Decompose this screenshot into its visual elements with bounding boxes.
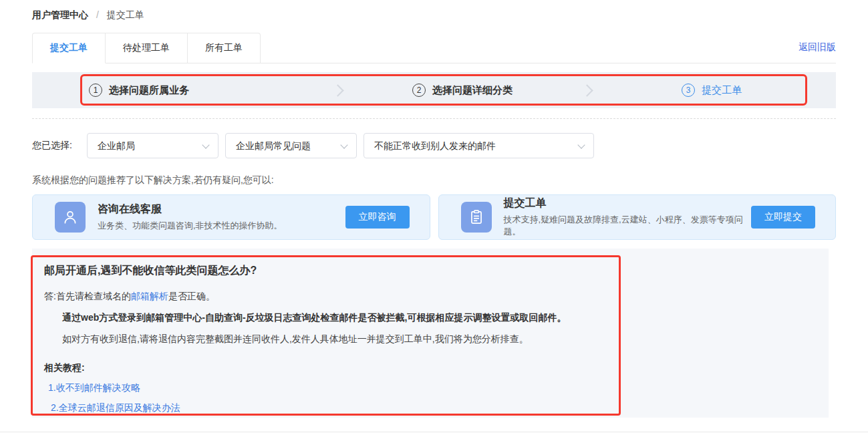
tab-pending-tickets[interactable]: 待处理工单 [106,33,188,63]
category-select[interactable]: 企业邮局常见问题 [225,133,357,158]
step-2: 2 选择问题详细分类 [338,84,587,97]
step-2-number-icon: 2 [412,84,426,97]
breadcrumb-current: 提交工单 [107,9,144,20]
online-service-card-text: 咨询在线客服 业务类、功能类问题咨询,非技术性的操作协助。 [98,202,345,232]
ticket-center-page: 用户管理中心 / 提交工单 返回旧版 提交工单 待处理工单 所有工单 1 选择问… [0,0,868,445]
tutorial-link-2[interactable]: 2.全球云邮退信原因及解决办法 [44,402,605,414]
faq-answer-prefix: 答:首先请检查域名的 [44,291,131,301]
solution-cards: 咨询在线客服 业务类、功能类问题咨询,非技术性的操作协助。 立即咨询 提交工单 … [32,194,836,240]
step-3-number-icon: 3 [682,84,695,97]
chevron-down-icon [202,141,209,148]
faq-line-bounce: 如对方有收到退信,请将退信内容完整截图并连同收件人,发件人具体地址一并提交到工单… [44,332,605,346]
step-bar: 1 选择问题所属业务 2 选择问题详细分类 3 提交工单 [32,72,836,108]
online-service-title: 咨询在线客服 [98,202,345,216]
faq-panel: 邮局开通后,遇到不能收信等此类问题怎么办? 答:首先请检查域名的邮箱解析是否正确… [32,249,829,418]
submit-ticket-card-text: 提交工单 技术支持,疑难问题及故障排查,云建站、小程序、发票等专项问题。 [504,196,752,238]
tutorials-label: 相关教程: [44,362,605,374]
online-service-description: 业务类、功能类问题咨询,非技术性的操作协助。 [98,220,345,232]
step-3-label: 提交工单 [702,84,742,97]
selection-label: 您已选择: [32,140,87,152]
consult-now-button[interactable]: 立即咨询 [345,206,410,229]
step-2-label: 选择问题详细分类 [432,84,513,97]
chevron-down-icon [577,141,585,148]
business-select-value: 企业邮局 [98,140,135,151]
step-1-number-icon: 1 [89,84,102,97]
faq-content: 邮局开通后,遇到不能收信等此类问题怎么办? 答:首先请检查域名的邮箱解析是否正确… [44,264,605,414]
tutorial-link-1[interactable]: 1.收不到邮件解决攻略 [44,382,605,394]
breadcrumb-separator: / [96,9,99,20]
clipboard-icon [461,202,492,233]
detail-issue-select[interactable]: 不能正常收到别人发来的邮件 [364,133,594,158]
tab-submit-ticket[interactable]: 提交工单 [32,33,106,63]
bottom-divider [0,432,868,432]
submit-now-button[interactable]: 立即提交 [751,206,815,229]
submit-ticket-description: 技术支持,疑难问题及故障排查,云建站、小程序、发票等专项问题。 [504,214,752,238]
category-select-value: 企业邮局常见问题 [236,140,311,151]
recommendation-text: 系统根据您的问题推荐了以下解决方案,若仍有疑问,您可以: [32,174,274,186]
tab-bar: 提交工单 待处理工单 所有工单 [32,33,836,63]
online-service-card: 咨询在线客服 业务类、功能类问题咨询,非技术性的操作协助。 立即咨询 [32,194,430,240]
detail-issue-select-value: 不能正常收到别人发来的邮件 [374,140,496,151]
faq-answer-line: 答:首先请检查域名的邮箱解析是否正确。 [44,289,605,303]
person-icon [55,202,86,233]
step-1-label: 选择问题所属业务 [109,84,189,97]
chevron-down-icon [340,141,347,148]
step-1: 1 选择问题所属业务 [32,84,337,97]
dashed-divider [32,118,836,119]
submit-ticket-title: 提交工单 [504,196,752,210]
step-3: 3 提交工单 [587,84,836,97]
faq-question: 邮局开通后,遇到不能收信等此类问题怎么办? [44,264,605,278]
selection-row: 您已选择: 企业邮局 企业邮局常见问题 不能正常收到别人发来的邮件 [32,133,601,158]
breadcrumb: 用户管理中心 / 提交工单 [32,9,144,21]
submit-ticket-card: 提交工单 技术支持,疑难问题及故障排查,云建站、小程序、发票等专项问题。 立即提… [438,194,837,240]
tab-all-tickets[interactable]: 所有工单 [188,33,261,63]
breadcrumb-root[interactable]: 用户管理中心 [32,9,88,20]
mailbox-resolution-link[interactable]: 邮箱解析 [131,291,168,301]
faq-line-web-check: 通过web方式登录到邮箱管理中心-自助查询-反垃圾日志查询处检查邮件是否被拦截,… [44,311,605,325]
faq-answer-suffix: 是否正确。 [168,291,215,301]
business-select[interactable]: 企业邮局 [87,133,219,158]
